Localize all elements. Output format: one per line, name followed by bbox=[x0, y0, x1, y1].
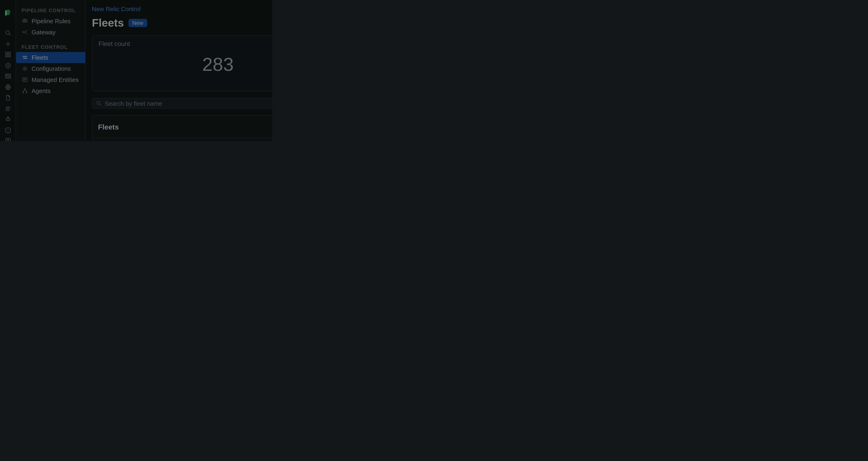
app-root: PIPELINE CONTROL Pipeline RulesGateway F… bbox=[0, 0, 272, 141]
modal-backdrop bbox=[0, 0, 272, 141]
